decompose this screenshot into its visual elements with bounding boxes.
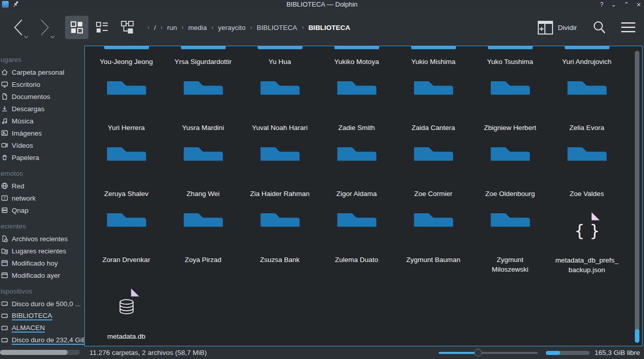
calendar-icon bbox=[1, 259, 9, 267]
search-button[interactable] bbox=[592, 20, 606, 35]
sidebar-section-header: ispositivos bbox=[0, 285, 84, 298]
folder-item[interactable]: Yuval Noah Harari bbox=[241, 73, 318, 139]
folder-item[interactable]: Zoran Drvenkar bbox=[88, 205, 165, 281]
folder-item[interactable]: Zeruya Shalev bbox=[88, 139, 165, 205]
sidebar-item-label: Escritorio bbox=[12, 81, 40, 88]
json-file-icon: { } bbox=[571, 211, 603, 249]
sidebar-item[interactable]: Disco duro de 500,0 ... bbox=[0, 298, 84, 310]
folder-item[interactable]: Zia Haider Rahman bbox=[241, 139, 318, 205]
folder-item[interactable]: Yukiko Motoya bbox=[318, 46, 395, 73]
sidebar-item[interactable]: Modificado ayer bbox=[0, 269, 84, 281]
zoom-slider-handle[interactable] bbox=[474, 349, 482, 356]
forward-button[interactable] bbox=[32, 14, 58, 41]
back-button[interactable] bbox=[5, 14, 32, 41]
folder-item[interactable]: Zoe Oldenbourg bbox=[472, 139, 548, 205]
sidebar-item[interactable]: Archivos recientes bbox=[0, 233, 84, 245]
sidebar-item[interactable]: Lugares recientes bbox=[0, 245, 84, 257]
folder-item[interactable]: Zygmunt Bauman bbox=[395, 205, 472, 281]
split-view-button[interactable]: Dividir bbox=[538, 21, 577, 35]
sidebar-item[interactable]: Vídeos bbox=[0, 139, 84, 151]
close-button[interactable]: × bbox=[636, 0, 641, 9]
file-label: metadata_db_prefs_ backup.json bbox=[556, 256, 619, 275]
folder-icon bbox=[411, 211, 456, 247]
folder-item[interactable]: Yuko Tsushima bbox=[472, 46, 548, 73]
sidebar-item-label: ALMACEN bbox=[12, 324, 45, 333]
sidebar-item[interactable]: Carpeta personal bbox=[0, 66, 84, 78]
scrollbar-thumb[interactable] bbox=[635, 329, 639, 343]
menu-button[interactable] bbox=[621, 21, 636, 34]
folder-item[interactable]: Zhang Wei bbox=[165, 139, 241, 205]
vertical-scrollbar[interactable] bbox=[633, 46, 642, 346]
folder-item[interactable]: Yusra Mardini bbox=[165, 73, 241, 139]
folder-item[interactable]: Yrsa Sigurdardottir bbox=[165, 46, 241, 73]
help-button[interactable]: ? bbox=[600, 0, 603, 9]
breadcrumb-segment[interactable]: BIBLIOTECA bbox=[257, 24, 297, 31]
folder-item[interactable]: Zoe Valdes bbox=[548, 139, 625, 205]
folder-icon bbox=[334, 211, 379, 247]
sidebar-item[interactable]: Imágenes bbox=[0, 127, 84, 139]
folder-icon bbox=[104, 211, 149, 247]
folder-item[interactable]: Zsuzsa Bank bbox=[241, 205, 318, 281]
breadcrumb-segment[interactable]: / bbox=[154, 24, 156, 31]
sidebar-item[interactable]: Disco duro de 232,4 GiB bbox=[0, 334, 84, 346]
folder-label: Zigor Aldama bbox=[336, 189, 377, 199]
sidebar-item[interactable]: Música bbox=[0, 115, 84, 127]
folder-item[interactable]: Zoe Cormier bbox=[395, 139, 472, 205]
folder-item[interactable]: Zbigniew Herbert bbox=[472, 73, 548, 139]
sidebar-item[interactable]: network bbox=[0, 192, 84, 204]
folder-item[interactable]: Zygmunt Miloszewski bbox=[472, 205, 548, 281]
folder-item[interactable]: Zoya Pirzad bbox=[165, 205, 241, 281]
zoom-slider[interactable] bbox=[439, 349, 538, 357]
breadcrumb-segment[interactable]: yeraycito bbox=[218, 24, 246, 31]
tree-view-button[interactable] bbox=[116, 16, 139, 39]
folder-label: Zoran Drvenkar bbox=[103, 255, 150, 265]
maximize-button[interactable]: ⌃ bbox=[624, 0, 629, 9]
breadcrumb-segment[interactable]: run bbox=[167, 24, 177, 31]
folder-item[interactable]: You-Jeong Jeong bbox=[88, 46, 165, 73]
folder-item[interactable]: Zulema Duato bbox=[318, 205, 395, 281]
folder-item[interactable]: Zaida Cantera bbox=[395, 73, 472, 139]
sidebar-item[interactable]: Documentos bbox=[0, 90, 84, 103]
sidebar-item[interactable]: BIBLIOTECA bbox=[0, 310, 84, 322]
folder-label: Zelia Evora bbox=[569, 123, 604, 133]
folder-item[interactable]: Yukio Mishima bbox=[395, 46, 472, 73]
folder-item[interactable]: Zelia Evora bbox=[548, 73, 625, 139]
folder-item[interactable]: Zadie Smith bbox=[318, 73, 395, 139]
details-view-button[interactable] bbox=[90, 16, 114, 39]
icons-view-button[interactable] bbox=[65, 16, 88, 39]
back-dropdown-icon[interactable] bbox=[24, 36, 28, 39]
sidebar-item[interactable]: Modificado hoy bbox=[0, 257, 84, 269]
breadcrumb-segment[interactable]: media bbox=[188, 24, 207, 31]
sidebar-item-label: Vídeos bbox=[12, 142, 33, 149]
sidebar-item-label: Disco duro de 500,0 ... bbox=[12, 300, 81, 308]
folder-item[interactable]: Yuri Herrera bbox=[88, 73, 165, 139]
scrollbar-groove[interactable] bbox=[635, 51, 639, 333]
sidebar-item[interactable]: Escritorio bbox=[0, 78, 84, 90]
unknown-icon bbox=[1, 194, 9, 202]
sidebar-item[interactable]: Papelera bbox=[0, 151, 84, 164]
folder-grid: You-Jeong Jeong Yrsa Sigurdardottir Yu H… bbox=[88, 46, 625, 347]
search-icon bbox=[592, 20, 606, 35]
file-clock-icon bbox=[1, 235, 9, 243]
details-view-icon bbox=[95, 20, 109, 35]
forward-dropdown-icon[interactable] bbox=[50, 36, 55, 39]
folder-icon bbox=[258, 145, 302, 181]
horizontal-scrollbar-thumb[interactable] bbox=[0, 350, 68, 355]
minimize-button[interactable]: ⌄ bbox=[611, 0, 616, 9]
download-icon bbox=[1, 105, 9, 113]
sidebar-item[interactable]: ALMACEN bbox=[0, 322, 84, 334]
folder-item[interactable]: Zigor Aldama bbox=[318, 139, 395, 205]
sidebar-item[interactable]: Red bbox=[0, 180, 84, 192]
sidebar-item[interactable]: Descargas bbox=[0, 103, 84, 115]
folder-label: Zeruya Shalev bbox=[104, 189, 148, 199]
breadcrumb-segment[interactable]: BIBLIOTECA bbox=[309, 24, 351, 31]
sidebar-item-label: BIBLIOTECA bbox=[12, 312, 52, 320]
file-item-json[interactable]: { } metadata_db_prefs_ backup.json bbox=[548, 205, 625, 281]
folder-item[interactable]: Yuri Andrujovich bbox=[548, 46, 625, 73]
folder-item[interactable]: Yu Hua bbox=[241, 46, 318, 73]
sidebar-item-label: Carpeta personal bbox=[12, 69, 65, 76]
status-summary: 11.276 carpetas, 2 archivos (58,7 MiB) bbox=[89, 349, 207, 356]
file-item-db[interactable]: metadata.db bbox=[88, 281, 165, 347]
sidebar-item[interactable]: Qnap bbox=[0, 204, 84, 216]
sidebar-horizontal-scrollbar[interactable] bbox=[0, 350, 80, 355]
